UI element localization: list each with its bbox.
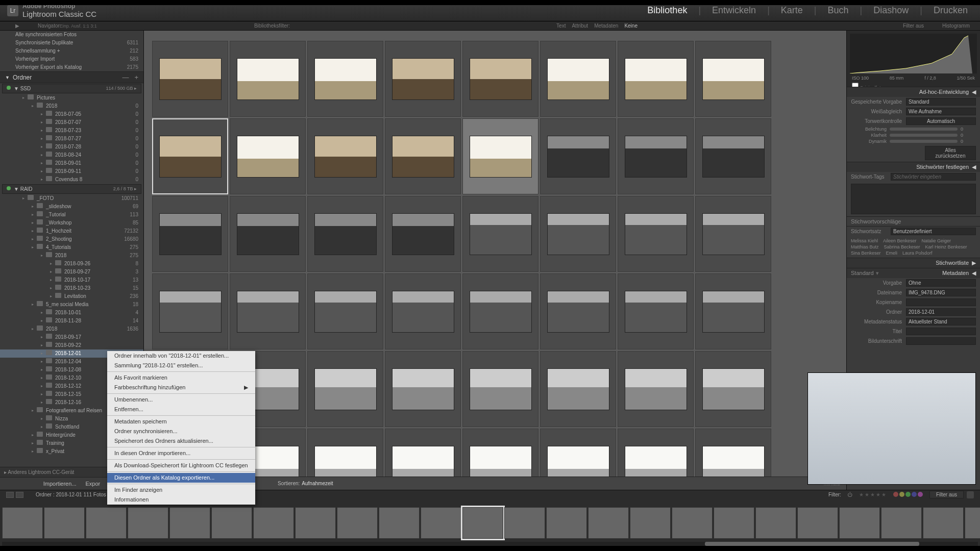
filter-tab[interactable]: Attribut <box>572 23 588 29</box>
grid-cell[interactable] <box>695 351 771 427</box>
person-tag[interactable]: Matthias Butz <box>851 244 879 249</box>
collection-row[interactable]: Schnellsammlung +212 <box>0 47 143 55</box>
grid-cell[interactable] <box>385 196 461 272</box>
filmstrip-thumb[interactable] <box>462 507 503 539</box>
grid-cell[interactable] <box>695 429 771 480</box>
rating-filter[interactable]: ★★★★★ <box>859 492 887 497</box>
person-tag[interactable]: Emeli <box>886 251 898 256</box>
collection-row[interactable]: Alle synchronisierten Fotos <box>0 31 143 39</box>
add-folder-icon[interactable]: — + <box>122 73 138 81</box>
ctx-item[interactable]: Farbbeschriftung hinzufügen▶ <box>107 383 255 392</box>
folder-row[interactable]: ▸2018-09-22 <box>0 341 143 349</box>
grid-cell[interactable] <box>695 273 771 349</box>
sort-value[interactable]: Aufnahmezeit <box>302 481 333 486</box>
ctx-item[interactable]: Ordner innerhalb von "2018-12-01" erstel… <box>107 351 255 361</box>
filmstrip-thumb[interactable] <box>2 507 43 539</box>
grid-cell[interactable] <box>618 118 694 194</box>
folder-row[interactable]: ▸2018-10-014 <box>0 309 143 317</box>
filmstrip-thumb[interactable] <box>211 507 252 539</box>
grid-cell[interactable] <box>230 41 306 117</box>
folder-row[interactable]: ▸2018-09-17 <box>0 333 143 341</box>
grid-cell[interactable] <box>152 41 228 117</box>
filter-tab[interactable]: Text <box>556 23 566 29</box>
grid-cell[interactable] <box>618 429 694 480</box>
ctx-item[interactable]: In diesen Ordner importieren... <box>107 448 255 458</box>
folder-row[interactable]: ▸Levitation236 <box>0 292 143 300</box>
kwlist-header[interactable]: Stichwortliste ▶ <box>847 258 980 268</box>
grid-cell[interactable] <box>307 118 383 194</box>
folder-row[interactable]: ▸20181636 <box>0 325 143 333</box>
folder-row[interactable]: ▸2018-07-070 <box>0 118 143 127</box>
ctx-item[interactable]: Als Favorit markieren <box>107 373 255 383</box>
folder-row[interactable]: ▸2_Shooting16680 <box>0 235 143 243</box>
grid-cell[interactable] <box>385 41 461 117</box>
folder-row[interactable]: ▸2018-07-050 <box>0 110 143 118</box>
ctx-item[interactable]: Ordner synchronisieren... <box>107 427 255 436</box>
filmstrip-thumb[interactable] <box>965 507 980 539</box>
folder-row[interactable]: ▸2018-10-2315 <box>0 284 143 292</box>
navigator-label[interactable]: Navigator <box>38 23 60 29</box>
grid-cell[interactable] <box>618 351 694 427</box>
grid-cell[interactable] <box>230 118 306 194</box>
view-mode-2[interactable] <box>16 492 23 498</box>
filmstrip-thumb[interactable] <box>86 507 127 539</box>
adhoc-header[interactable]: Ad-hoc-Entwicklung ◀ <box>847 87 980 97</box>
filmstrip-thumb[interactable] <box>923 507 964 539</box>
lock-icon[interactable] <box>967 491 974 498</box>
filmstrip-thumb[interactable] <box>588 507 629 539</box>
ctx-item[interactable]: Sammlung "2018-12-01" erstellen... <box>107 361 255 370</box>
view-mode-1[interactable] <box>6 492 14 498</box>
grid-cell[interactable] <box>540 41 616 117</box>
grid-cell[interactable] <box>385 273 461 349</box>
folder-row[interactable]: ▸2018-09-110 <box>0 167 143 176</box>
grid-cell[interactable] <box>307 273 383 349</box>
grid-cell[interactable] <box>462 429 538 480</box>
folder-row[interactable]: ▸5_me social Media18 <box>0 300 143 309</box>
filmstrip-thumb[interactable] <box>714 507 754 539</box>
grid-cell[interactable] <box>307 196 383 272</box>
folder-row[interactable]: ▸2018-11-2814 <box>0 317 143 325</box>
folder-row[interactable]: ▸2018-08-240 <box>0 151 143 159</box>
folder-row[interactable]: ▸2018275 <box>0 252 143 260</box>
nav-options[interactable]: Einp. Ausf. 1:1 3:1 <box>60 23 97 29</box>
collection-row[interactable]: Synchronisierte Duplikate6311 <box>0 39 143 47</box>
grid-cell[interactable] <box>307 429 383 480</box>
color-filter[interactable] <box>893 492 923 498</box>
folder-row[interactable]: ▸_Workshop85 <box>0 219 143 227</box>
keyword-header[interactable]: Stichwörter festlegen ◀ <box>847 162 980 172</box>
filmstrip[interactable] <box>0 499 980 547</box>
filmstrip-thumb[interactable] <box>755 507 796 539</box>
filmstrip-thumb[interactable] <box>128 507 168 539</box>
filmstrip-thumb[interactable] <box>672 507 713 539</box>
reset-button[interactable]: Alles zurücksetzen <box>925 146 976 160</box>
folder-row[interactable]: ▸2018-09-010 <box>0 159 143 167</box>
person-tag[interactable]: Melissa Kiehl <box>851 238 878 243</box>
collection-row[interactable]: Vorheriger Import583 <box>0 55 143 63</box>
import-button[interactable]: Importieren... <box>43 481 77 487</box>
module-drucken[interactable]: Drucken <box>928 5 973 16</box>
grid-cell[interactable] <box>695 41 771 117</box>
filmstrip-thumb[interactable] <box>797 507 838 539</box>
grid-cell[interactable] <box>540 351 616 427</box>
folder-row[interactable]: ▸20180 <box>0 102 143 110</box>
filmstrip-thumb[interactable] <box>379 507 420 539</box>
filmstrip-thumb[interactable] <box>504 507 545 539</box>
tone-button[interactable]: Automatisch <box>906 117 976 125</box>
volume-header[interactable]: ▼ RAID2,6 / 8 TB ▸ <box>2 184 141 194</box>
grid-cell[interactable] <box>462 273 538 349</box>
grid-cell[interactable] <box>385 118 461 194</box>
module-diashow[interactable]: Diashow <box>868 5 914 16</box>
filmstrip-thumb[interactable] <box>169 507 210 539</box>
folder-row[interactable]: ▸2018-09-268 <box>0 260 143 268</box>
folder-row[interactable]: ▸Pictures <box>0 94 143 102</box>
filmstrip-thumb[interactable] <box>295 507 336 539</box>
folder-row[interactable]: ▸4_Tutorials275 <box>0 243 143 252</box>
keyword-input[interactable]: Stichwörter eingeben <box>891 173 976 181</box>
keywordset-select[interactable]: Benutzerdefiniert <box>891 228 976 235</box>
module-bibliothek[interactable]: Bibliothek <box>642 5 692 16</box>
module-entwickeln[interactable]: Entwickeln <box>707 5 761 16</box>
module-karte[interactable]: Karte <box>776 5 808 16</box>
grid-cell[interactable] <box>152 273 228 349</box>
ctx-item[interactable]: Metadaten speichern <box>107 417 255 427</box>
filmstrip-thumb[interactable] <box>630 507 671 539</box>
